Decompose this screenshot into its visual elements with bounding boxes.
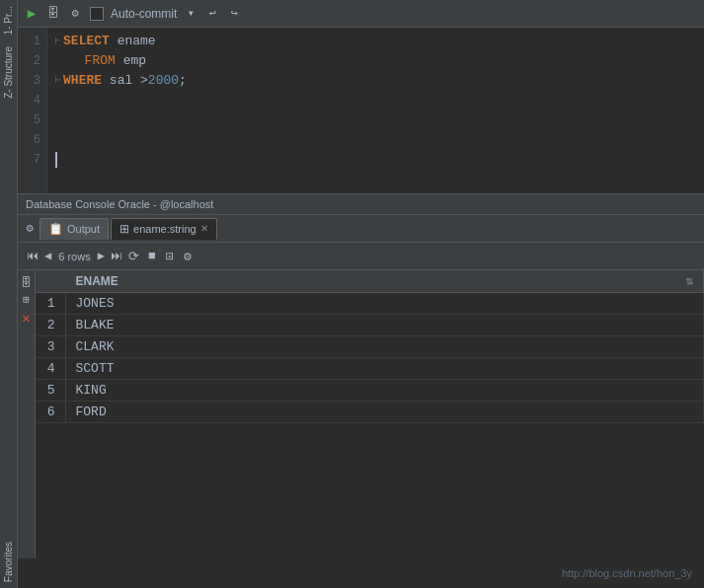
sidebar-tab-structure[interactable]: Z- Structure xyxy=(1,40,16,105)
tab-close-button[interactable]: ✕ xyxy=(200,223,208,234)
keyword-from: FROM xyxy=(69,51,116,71)
output-tab-icon: 📋 xyxy=(48,222,63,236)
output-tab-label: Output xyxy=(67,223,100,235)
output-tabs-bar: ⚙ 📋 Output ⊞ ename:string ✕ xyxy=(18,215,704,243)
table-row: 2 BLAKE xyxy=(36,315,704,336)
sidebar-tab-favorites[interactable]: Favorites xyxy=(1,536,16,588)
results-section: 🗄 ⊞ ✕ ENAME ⇅ xyxy=(18,270,704,588)
fold-3: ⊢ xyxy=(55,71,61,91)
run-button[interactable]: ▶ xyxy=(24,6,39,22)
ename-column-header[interactable]: ENAME ⇅ xyxy=(65,270,704,293)
row-num-cell: 2 xyxy=(36,315,65,336)
data-table-container: ENAME ⇅ 1 JONES 2 BLAKE 3 CLARK 4 SCOTT … xyxy=(36,270,704,588)
sidebar-tab-project[interactable]: 1- Pr... xyxy=(1,0,16,40)
sidebar-icon-1[interactable]: 🗄 xyxy=(21,276,32,289)
first-row-button[interactable]: ⏮ xyxy=(24,247,41,265)
ename-cell: JONES xyxy=(65,293,704,315)
console-title: Database Console Oracle - @localhost xyxy=(26,198,213,210)
commit-checkbox[interactable] xyxy=(89,6,105,22)
fold-1: ⊢ xyxy=(55,32,61,51)
row-num-cell: 6 xyxy=(36,402,65,423)
export-button[interactable]: ⊡ xyxy=(161,248,179,265)
ename-header-label: ENAME xyxy=(76,274,118,288)
ename-tab-icon: ⊞ xyxy=(119,222,129,236)
tab-output[interactable]: 📋 Output xyxy=(39,218,109,240)
condition-sal: sal > xyxy=(102,71,148,91)
watermark-text: http://blog.csdn.net/hon_3y xyxy=(562,567,692,579)
last-row-button[interactable]: ⏭ xyxy=(108,247,125,265)
code-editor[interactable]: ⊢ SELECT ename FROM emp ⊢ WHERE sal > 20… xyxy=(47,28,704,193)
ename-cell: SCOTT xyxy=(65,358,704,380)
ename-cell: FORD xyxy=(65,402,704,423)
code-line-3: ⊢ WHERE sal > 2000 ; xyxy=(55,71,696,91)
code-line-4 xyxy=(55,91,696,110)
far-left-sidebar: 1- Pr... Z- Structure Favorites xyxy=(0,0,18,588)
stop-button[interactable]: ■ xyxy=(143,248,161,265)
row-num-cell: 1 xyxy=(36,293,65,315)
top-toolbar: ▶ 🗄 ⚙ Auto-commit ▾ ↩ ↪ xyxy=(18,0,704,28)
code-line-7 xyxy=(55,150,696,170)
code-line-1: ⊢ SELECT ename xyxy=(55,32,696,51)
sort-icon[interactable]: ⇅ xyxy=(685,276,693,287)
tab-ename-string[interactable]: ⊞ ename:string ✕ xyxy=(111,218,217,240)
results-toolbar: ⏮ ◀ 6 rows ▶ ⏭ ⟳ ■ ⊡ ⚙ xyxy=(18,243,704,270)
table-row: 3 CLARK xyxy=(36,336,704,358)
table-row: 6 FORD xyxy=(36,402,704,423)
code-line-6 xyxy=(55,130,696,150)
sidebar-icon-red[interactable]: ✕ xyxy=(22,310,30,327)
semicolon: ; xyxy=(179,71,187,91)
undo-button[interactable]: ↩ xyxy=(204,6,220,22)
line-numbers: 1 2 3 4 5 6 7 xyxy=(18,28,47,193)
ename-cell: CLARK xyxy=(65,336,704,358)
table-row: 4 SCOTT xyxy=(36,358,704,380)
results-left-sidebar: 🗄 ⊞ ✕ xyxy=(18,270,36,588)
table-row: 1 JONES xyxy=(36,293,704,315)
code-line-2: FROM emp xyxy=(55,51,696,71)
text-cursor xyxy=(55,152,57,168)
rows-count: 6 rows xyxy=(58,251,90,262)
table-row: 5 KING xyxy=(36,380,704,402)
dropdown-arrow[interactable]: ▾ xyxy=(183,6,198,22)
table-settings-button[interactable]: ⚙ xyxy=(179,248,196,265)
prev-row-button[interactable]: ◀ xyxy=(41,247,54,265)
settings-tab-icon[interactable]: ⚙ xyxy=(22,221,38,237)
redo-button[interactable]: ↪ xyxy=(226,6,242,22)
gear-icon[interactable]: ⚙ xyxy=(67,6,83,22)
keyword-select: SELECT xyxy=(63,32,110,51)
row-num-cell: 3 xyxy=(36,336,65,358)
row-num-cell: 4 xyxy=(36,358,65,380)
value-2000: 2000 xyxy=(148,71,179,91)
row-num-cell: 5 xyxy=(36,380,65,402)
editor-area: 1 2 3 4 5 6 7 ⊢ SELECT ename FROM emp ⊢ … xyxy=(18,28,704,193)
sidebar-icon-2[interactable]: ⊞ xyxy=(23,293,30,306)
next-row-button[interactable]: ▶ xyxy=(95,247,108,265)
bottom-area: http://blog.csdn.net/hon_3y xyxy=(0,558,704,588)
table-emp: emp xyxy=(116,51,146,71)
ename-cell: KING xyxy=(65,380,704,402)
ename-cell: BLAKE xyxy=(65,315,704,336)
db-icon[interactable]: 🗄 xyxy=(45,6,61,22)
col-ename: ename xyxy=(110,32,156,51)
refresh-button[interactable]: ⟳ xyxy=(125,248,143,265)
results-table: ENAME ⇅ 1 JONES 2 BLAKE 3 CLARK 4 SCOTT … xyxy=(36,270,704,423)
fold-2 xyxy=(55,51,67,71)
console-titlebar: Database Console Oracle - @localhost xyxy=(18,193,704,215)
ename-tab-label: ename:string xyxy=(133,223,196,235)
code-line-5 xyxy=(55,110,696,130)
keyword-where: WHERE xyxy=(63,71,102,91)
auto-commit-label: Auto-commit xyxy=(111,7,177,21)
row-num-header xyxy=(36,270,65,293)
